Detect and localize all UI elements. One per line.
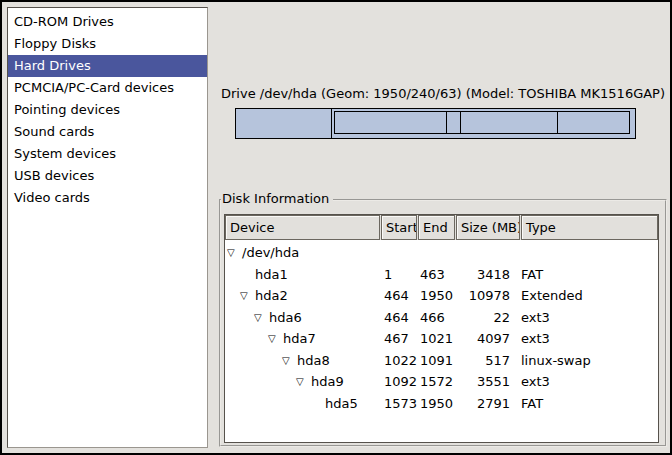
partition-segment-hda7	[334, 111, 447, 134]
hardware-browser-window: CD-ROM Drives Floppy Disks Hard Drives P…	[0, 0, 672, 455]
disk-information-frame: Disk Information Device Start End Size (…	[219, 199, 667, 447]
expander-open-icon[interactable]: ▽	[268, 328, 283, 350]
expander-open-icon[interactable]: ▽	[227, 242, 242, 264]
sidebar-item-system-devices[interactable]: System devices	[8, 143, 207, 165]
device-name: hda8	[297, 350, 330, 372]
sidebar-item-cdrom-drives[interactable]: CD-ROM Drives	[8, 11, 207, 33]
column-header-end[interactable]: End	[418, 215, 455, 240]
table-row-dev-hda[interactable]: ▽ /dev/hda	[225, 242, 658, 264]
disk-table-body: ▽ /dev/hda ▽ hda1 1 463 3418	[225, 240, 658, 414]
disk-table: Device Start End Size (MB) Type ▽ /dev/h…	[224, 214, 659, 443]
partition-segment-hda5	[557, 111, 630, 134]
sidebar-item-floppy-disks[interactable]: Floppy Disks	[8, 33, 207, 55]
table-row-hda7[interactable]: ▽ hda7 467 1021 4097 ext3	[225, 328, 658, 350]
column-header-type[interactable]: Type	[521, 215, 658, 240]
sidebar-item-pcmcia-devices[interactable]: PCMCIA/PC-Card devices	[8, 77, 207, 99]
expander-open-icon[interactable]: ▽	[282, 350, 297, 372]
table-row-hda9[interactable]: ▽ hda9 1092 1572 3551 ext3	[225, 371, 658, 393]
partition-bar	[235, 108, 636, 139]
partition-segment-hda9	[460, 111, 559, 134]
column-header-device[interactable]: Device	[225, 215, 380, 240]
expander-open-icon[interactable]: ▽	[296, 371, 311, 393]
table-row-hda6[interactable]: ▽ hda6 464 466 22 ext3	[225, 307, 658, 329]
device-name: hda7	[283, 328, 316, 350]
device-name: hda6	[269, 307, 302, 329]
expander-open-icon[interactable]: ▽	[240, 285, 255, 307]
drive-title: Drive /dev/hda (Geom: 1950/240/63) (Mode…	[219, 86, 667, 101]
column-header-size[interactable]: Size (MB)	[456, 215, 520, 240]
disk-information-label: Disk Information	[221, 192, 333, 206]
device-name: hda1	[255, 264, 288, 286]
device-name: hda2	[255, 285, 288, 307]
disk-table-header: Device Start End Size (MB) Type	[225, 215, 658, 240]
device-category-list: CD-ROM Drives Floppy Disks Hard Drives P…	[7, 7, 208, 448]
device-name: hda5	[325, 393, 358, 415]
table-row-hda5[interactable]: ▽ hda5 1573 1950 2791 FAT	[225, 393, 658, 415]
sidebar-item-sound-cards[interactable]: Sound cards	[8, 121, 207, 143]
device-name: /dev/hda	[242, 242, 299, 264]
sidebar-item-usb-devices[interactable]: USB devices	[8, 165, 207, 187]
partition-segment-extended	[331, 108, 636, 139]
partition-segment-hda1	[235, 108, 332, 139]
sidebar-item-pointing-devices[interactable]: Pointing devices	[8, 99, 207, 121]
partition-segment-hda8	[446, 111, 461, 134]
table-row-hda2[interactable]: ▽ hda2 464 1950 10978 Extended	[225, 285, 658, 307]
sidebar-item-video-cards[interactable]: Video cards	[8, 187, 207, 209]
expander-open-icon[interactable]: ▽	[254, 307, 269, 329]
table-row-hda1[interactable]: ▽ hda1 1 463 3418 FAT	[225, 264, 658, 286]
table-row-hda8[interactable]: ▽ hda8 1022 1091 517 linux-swap	[225, 350, 658, 372]
device-name: hda9	[311, 371, 344, 393]
sidebar-item-hard-drives[interactable]: Hard Drives	[8, 55, 207, 77]
column-header-start[interactable]: Start	[381, 215, 417, 240]
